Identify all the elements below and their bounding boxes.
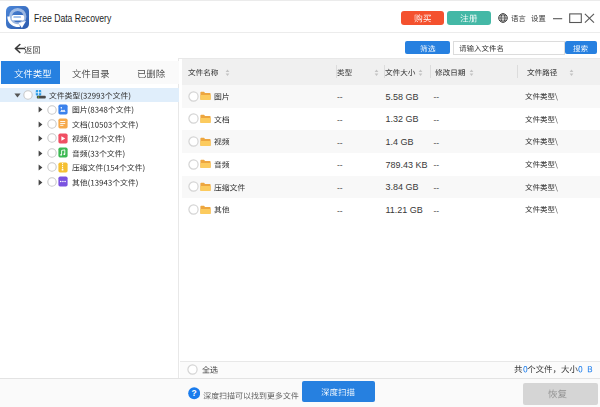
svg-text:?: ? (192, 389, 197, 399)
